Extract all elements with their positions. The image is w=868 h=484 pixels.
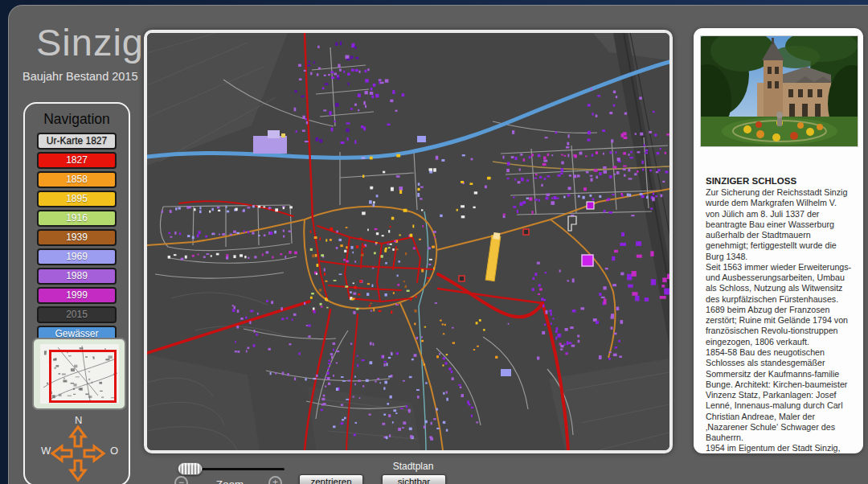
pan-east-arrow[interactable]: [84, 446, 104, 461]
info-paragraph: Zur Sicherung der Reichsstadt Sinzig wur…: [706, 187, 853, 262]
info-paragraph: 1689 beim Abzug der Franzosen zerstört; …: [706, 305, 853, 347]
info-paragraph: 1954 im Eigentum der Stadt Sinzig, Nutzu…: [706, 443, 853, 453]
pan-west-arrow[interactable]: [52, 446, 72, 461]
app-subtitle: Baujahr Bestand 2015: [23, 70, 143, 83]
compass-label-north: N: [75, 414, 82, 426]
compass-label-east: O: [110, 445, 118, 457]
layer-button-1858[interactable]: 1858: [37, 171, 117, 188]
main-panel: Sinzig Baujahr Bestand 2015 Navigation U…: [8, 5, 868, 484]
info-paragraph: 1854-58 Bau des neugotischen Schlosses a…: [706, 347, 853, 443]
info-panel: SINZIGER SCHLOSS Zur Sicherung der Reich…: [694, 28, 863, 453]
navigation-heading: Navigation: [25, 111, 129, 128]
layer-button-1999[interactable]: 1999: [37, 287, 117, 304]
info-paragraph: Seit 1563 immer wieder Erweiterungs- und…: [706, 262, 853, 305]
stadtplan-label: Stadtplan: [381, 461, 445, 472]
overview-minimap[interactable]: [32, 338, 126, 410]
pan-south-arrow[interactable]: [71, 461, 85, 480]
city-map-viewport[interactable]: [144, 30, 673, 453]
layer-button-1895[interactable]: 1895: [37, 191, 117, 207]
zoom-slider-thumb[interactable]: [178, 462, 203, 475]
pan-compass: N W O: [43, 416, 113, 484]
layer-button-1989[interactable]: 1989: [37, 268, 117, 285]
layer-button-1969[interactable]: 1969: [37, 248, 117, 265]
city-map[interactable]: [147, 33, 669, 450]
layer-button-1939[interactable]: 1939: [37, 229, 117, 246]
schloss-photo-image: [701, 36, 858, 146]
layer-button-2015[interactable]: 2015: [37, 306, 117, 323]
info-heading: SINZIGER SCHLOSS: [706, 176, 852, 186]
app-window: Sinzig Baujahr Bestand 2015 Navigation U…: [0, 0, 868, 484]
schloss-photo: [700, 35, 858, 147]
layer-button-1916[interactable]: 1916: [37, 210, 117, 227]
layer-buttons: Ur-Karte 1827 1827 1858 1895 1916 1939 1…: [25, 133, 129, 362]
compass-label-west: W: [41, 445, 51, 457]
pan-north-arrow[interactable]: [71, 427, 85, 446]
zoom-label: Zoom: [206, 478, 254, 484]
layer-button-1827[interactable]: 1827: [37, 152, 117, 169]
minimap-viewport-rect[interactable]: [49, 350, 117, 403]
center-map-button[interactable]: zentrieren: [299, 474, 363, 484]
stadtplan-visible-toggle-button[interactable]: sichtbar: [382, 474, 446, 484]
zoom-out-button[interactable]: −: [174, 476, 188, 484]
app-title: Sinzig: [36, 20, 141, 64]
layer-button-urkarte-1827[interactable]: Ur-Karte 1827: [37, 133, 117, 150]
navigation-panel: Navigation Ur-Karte 1827 1827 1858 1895 …: [23, 102, 130, 484]
zoom-in-button[interactable]: +: [268, 476, 282, 484]
info-text: Zur Sicherung der Reichsstadt Sinzig wur…: [706, 187, 853, 453]
